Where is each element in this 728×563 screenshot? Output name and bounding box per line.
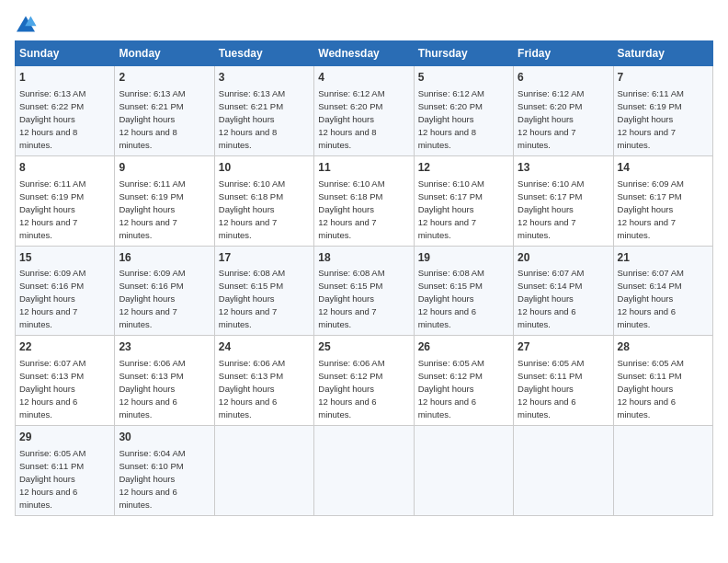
calendar-cell: 28 Sunrise: 6:05 AM Sunset: 6:11 PM Dayl…	[613, 336, 712, 426]
day-daylight-label: Daylight hours	[119, 293, 175, 304]
day-daylight-value: 12 hours and 6 minutes.	[418, 306, 476, 329]
day-number: 24	[219, 339, 310, 355]
calendar-cell	[514, 426, 613, 516]
day-daylight-value: 12 hours and 7 minutes.	[119, 306, 176, 329]
day-sunset: Sunset: 6:13 PM	[119, 371, 183, 381]
day-daylight-value: 12 hours and 6 minutes.	[19, 487, 77, 510]
day-sunset: Sunset: 6:15 PM	[219, 281, 283, 291]
calendar-week-3: 15 Sunrise: 6:09 AM Sunset: 6:16 PM Dayl…	[16, 246, 713, 336]
day-daylight-label: Daylight hours	[318, 293, 374, 304]
day-daylight-label: Daylight hours	[219, 114, 275, 124]
calendar-cell: 26 Sunrise: 6:05 AM Sunset: 6:12 PM Dayl…	[414, 336, 513, 426]
calendar-table: SundayMondayTuesdayWednesdayThursdayFrid…	[15, 40, 713, 516]
day-number: 10	[219, 160, 310, 176]
day-sunset: Sunset: 6:12 PM	[318, 371, 382, 381]
day-daylight-label: Daylight hours	[518, 204, 574, 214]
day-daylight-value: 12 hours and 6 minutes.	[518, 306, 575, 329]
day-sunset: Sunset: 6:21 PM	[219, 101, 283, 111]
day-number: 18	[318, 250, 409, 266]
day-daylight-value: 12 hours and 6 minutes.	[618, 396, 676, 419]
calendar-body: 1 Sunrise: 6:13 AM Sunset: 6:22 PM Dayli…	[16, 66, 713, 516]
calendar-cell: 14 Sunrise: 6:09 AM Sunset: 6:17 PM Dayl…	[613, 155, 712, 246]
calendar-cell: 29 Sunrise: 6:05 AM Sunset: 6:11 PM Dayl…	[16, 426, 115, 516]
column-header-monday: Monday	[115, 41, 214, 66]
day-daylight-value: 12 hours and 7 minutes.	[119, 217, 176, 240]
day-sunset: Sunset: 6:20 PM	[318, 101, 382, 111]
day-daylight-label: Daylight hours	[19, 293, 75, 304]
day-number: 16	[119, 250, 210, 266]
day-number: 29	[19, 430, 110, 445]
day-daylight-value: 12 hours and 7 minutes.	[618, 217, 676, 240]
day-number: 20	[518, 250, 609, 266]
calendar-cell: 9 Sunrise: 6:11 AM Sunset: 6:19 PM Dayli…	[115, 155, 214, 246]
day-daylight-value: 12 hours and 6 minutes.	[618, 306, 676, 329]
day-sunrise: Sunrise: 6:08 AM	[418, 268, 484, 278]
day-number: 28	[618, 339, 709, 355]
day-sunrise: Sunrise: 6:11 AM	[119, 178, 185, 189]
day-number: 19	[418, 250, 509, 266]
day-daylight-value: 12 hours and 8 minutes.	[19, 127, 77, 150]
day-sunset: Sunset: 6:21 PM	[119, 101, 183, 111]
day-sunrise: Sunrise: 6:12 AM	[518, 88, 584, 98]
day-daylight-value: 12 hours and 7 minutes.	[618, 127, 676, 150]
day-sunrise: Sunrise: 6:08 AM	[219, 268, 285, 278]
calendar-week-1: 1 Sunrise: 6:13 AM Sunset: 6:22 PM Dayli…	[16, 66, 713, 156]
calendar-cell: 8 Sunrise: 6:11 AM Sunset: 6:19 PM Dayli…	[16, 155, 115, 246]
day-sunset: Sunset: 6:18 PM	[318, 191, 382, 201]
day-daylight-label: Daylight hours	[618, 204, 674, 214]
calendar-cell: 27 Sunrise: 6:05 AM Sunset: 6:11 PM Dayl…	[514, 336, 613, 426]
day-daylight-label: Daylight hours	[119, 384, 175, 394]
day-daylight-value: 12 hours and 6 minutes.	[518, 396, 575, 419]
day-sunset: Sunset: 6:18 PM	[219, 191, 283, 201]
day-sunrise: Sunrise: 6:06 AM	[219, 358, 285, 368]
day-number: 3	[219, 70, 310, 86]
day-sunrise: Sunrise: 6:08 AM	[318, 268, 384, 278]
calendar-cell: 21 Sunrise: 6:07 AM Sunset: 6:14 PM Dayl…	[613, 246, 712, 336]
day-number: 30	[119, 430, 210, 445]
calendar-cell: 5 Sunrise: 6:12 AM Sunset: 6:20 PM Dayli…	[414, 66, 513, 156]
day-sunrise: Sunrise: 6:07 AM	[618, 268, 684, 278]
calendar-cell: 6 Sunrise: 6:12 AM Sunset: 6:20 PM Dayli…	[514, 66, 613, 156]
day-daylight-value: 12 hours and 6 minutes.	[219, 396, 277, 419]
day-number: 8	[19, 160, 110, 176]
day-number: 26	[418, 339, 509, 355]
calendar-cell: 17 Sunrise: 6:08 AM Sunset: 6:15 PM Dayl…	[214, 246, 313, 336]
day-number: 15	[19, 250, 110, 266]
day-sunrise: Sunrise: 6:13 AM	[219, 88, 285, 98]
day-daylight-value: 12 hours and 8 minutes.	[418, 127, 476, 150]
day-daylight-value: 12 hours and 6 minutes.	[119, 487, 176, 510]
day-sunrise: Sunrise: 6:05 AM	[618, 358, 684, 368]
day-daylight-label: Daylight hours	[418, 204, 474, 214]
day-daylight-label: Daylight hours	[318, 384, 374, 394]
calendar-cell: 7 Sunrise: 6:11 AM Sunset: 6:19 PM Dayli…	[613, 66, 712, 156]
day-sunset: Sunset: 6:14 PM	[518, 281, 582, 291]
day-daylight-value: 12 hours and 7 minutes.	[19, 217, 77, 240]
calendar-week-2: 8 Sunrise: 6:11 AM Sunset: 6:19 PM Dayli…	[16, 155, 713, 246]
day-sunset: Sunset: 6:13 PM	[219, 371, 283, 381]
calendar-cell: 1 Sunrise: 6:13 AM Sunset: 6:22 PM Dayli…	[16, 66, 115, 156]
calendar-cell: 20 Sunrise: 6:07 AM Sunset: 6:14 PM Dayl…	[514, 246, 613, 336]
calendar-cell: 10 Sunrise: 6:10 AM Sunset: 6:18 PM Dayl…	[214, 155, 313, 246]
calendar-cell: 30 Sunrise: 6:04 AM Sunset: 6:10 PM Dayl…	[115, 426, 214, 516]
day-daylight-value: 12 hours and 7 minutes.	[219, 217, 277, 240]
calendar-week-4: 22 Sunrise: 6:07 AM Sunset: 6:13 PM Dayl…	[16, 336, 713, 426]
day-daylight-label: Daylight hours	[318, 204, 374, 214]
day-daylight-label: Daylight hours	[19, 384, 75, 394]
day-sunset: Sunset: 6:11 PM	[618, 371, 682, 381]
day-sunrise: Sunrise: 6:11 AM	[19, 178, 85, 189]
day-sunset: Sunset: 6:14 PM	[618, 281, 682, 291]
calendar-cell	[314, 426, 414, 516]
day-sunrise: Sunrise: 6:09 AM	[19, 268, 85, 278]
day-number: 13	[518, 160, 609, 176]
day-sunset: Sunset: 6:17 PM	[618, 191, 682, 201]
day-number: 21	[618, 250, 709, 266]
day-sunrise: Sunrise: 6:07 AM	[19, 358, 85, 368]
day-daylight-value: 12 hours and 7 minutes.	[518, 127, 575, 150]
day-number: 2	[119, 70, 210, 86]
day-sunrise: Sunrise: 6:13 AM	[119, 88, 185, 98]
day-daylight-label: Daylight hours	[518, 384, 574, 394]
day-sunset: Sunset: 6:17 PM	[518, 191, 582, 201]
day-sunset: Sunset: 6:20 PM	[418, 101, 483, 111]
day-sunset: Sunset: 6:11 PM	[19, 461, 84, 471]
day-sunrise: Sunrise: 6:05 AM	[19, 448, 85, 458]
